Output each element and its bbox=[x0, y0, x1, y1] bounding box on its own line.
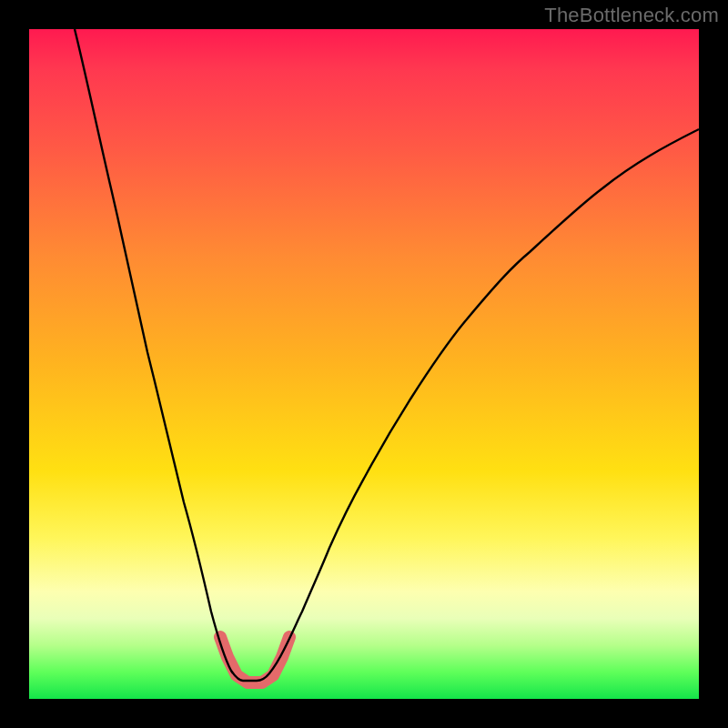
plot-area bbox=[29, 29, 699, 699]
watermark-text: TheBottleneck.com bbox=[544, 4, 719, 27]
curve-path bbox=[75, 29, 699, 681]
chart-svg bbox=[29, 29, 699, 699]
chart-frame: TheBottleneck.com bbox=[0, 0, 728, 728]
